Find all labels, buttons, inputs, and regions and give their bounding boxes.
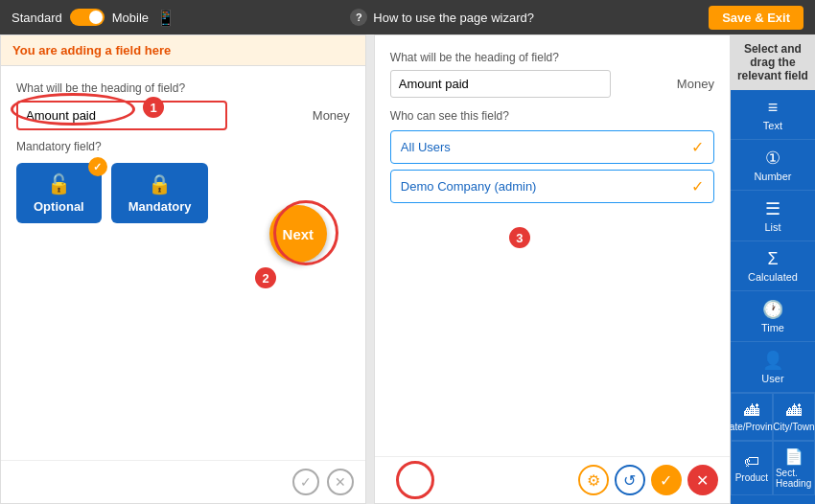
sect-heading-icon: 📄 xyxy=(784,447,803,466)
standard-label: Standard xyxy=(12,11,62,25)
annotation-2: 2 xyxy=(255,267,276,288)
city-icon: 🏙 xyxy=(786,402,802,420)
state-icon: 🏙 xyxy=(744,402,759,420)
calculated-icon: Σ xyxy=(767,249,778,269)
sidebar-tile-state[interactable]: 🏙 State/Province xyxy=(731,393,773,441)
user-label: User xyxy=(761,373,783,384)
main-area: You are adding a field here What will be… xyxy=(0,34,815,504)
number-icon: ① xyxy=(765,148,780,169)
confirm-button[interactable]: ✓ xyxy=(651,465,682,495)
view-toggle-group: Standard Mobile 📱 xyxy=(12,9,175,27)
sect-heading-label: Sect. Heading xyxy=(776,468,812,489)
check-footer-btn[interactable]: ✓ xyxy=(292,469,319,495)
close-action-button[interactable]: ✕ xyxy=(687,465,718,495)
users-section: Who can see this field? All Users ✓ Demo… xyxy=(390,109,714,203)
gear-button[interactable]: ⚙ xyxy=(578,465,609,495)
text-icon: ≡ xyxy=(768,98,779,118)
left-wizard-panel: You are adding a field here What will be… xyxy=(0,34,366,504)
who-can-see-label: Who can see this field? xyxy=(390,109,714,123)
action-icons-row: ⚙ ↺ ✓ ✕ xyxy=(375,456,730,503)
left-panel-footer: ✓ ✕ xyxy=(1,460,365,503)
right-field-type-label: Money xyxy=(677,77,714,91)
right-field-name-input[interactable] xyxy=(390,70,611,98)
help-icon[interactable]: ? xyxy=(350,9,367,26)
left-panel-body: What will be the heading of field? Money… xyxy=(1,66,365,460)
calculated-label: Calculated xyxy=(748,271,798,283)
save-exit-button[interactable]: Save & Exit xyxy=(709,6,803,30)
annotation-circle-2 xyxy=(273,200,338,265)
sidebar-tile-sect-heading[interactable]: 📄 Sect. Heading xyxy=(773,441,815,495)
page-title: How to use the page wizard? xyxy=(373,11,534,25)
text-label: Text xyxy=(763,120,782,131)
page-title-area: ? How to use the page wizard? xyxy=(350,9,534,26)
mobile-label: Mobile xyxy=(112,11,149,25)
field-type-label: Money xyxy=(313,108,350,123)
view-toggle[interactable] xyxy=(70,9,105,26)
sidebar-tile-city[interactable]: 🏙 City/Town xyxy=(773,393,815,441)
list-label: List xyxy=(764,221,780,233)
sidebar-item-calculated[interactable]: Σ Calculated xyxy=(731,241,815,291)
refresh-button[interactable]: ↺ xyxy=(615,465,645,495)
optional-check: ✓ xyxy=(88,157,107,176)
mandatory-label: Mandatory xyxy=(128,199,192,214)
field-sidebar: Select and drag the relevant field ≡ Tex… xyxy=(731,34,815,504)
left-panel-header: You are adding a field here xyxy=(1,35,365,66)
all-users-check: ✓ xyxy=(691,138,704,156)
annotation-1: 1 xyxy=(143,97,164,118)
sidebar-item-text[interactable]: ≡ Text xyxy=(731,90,815,140)
sidebar-header: Select and drag the relevant field xyxy=(731,34,815,90)
mobile-icon: 📱 xyxy=(156,9,175,27)
sidebar-bottom-tiles: 🏙 State/Province 🏙 City/Town 🏷 Product 📄… xyxy=(731,393,815,495)
right-field-heading-label: What will be the heading of field? xyxy=(390,51,714,64)
close-footer-btn[interactable]: ✕ xyxy=(327,469,354,495)
sidebar-item-user[interactable]: 👤 User xyxy=(731,342,815,393)
all-users-label: All Users xyxy=(401,140,451,154)
user-row-demo[interactable]: Demo Company (admin) ✓ xyxy=(390,170,714,203)
sidebar-item-time[interactable]: 🕐 Time xyxy=(731,291,815,342)
right-field-input-row: Money xyxy=(390,70,714,98)
optional-label: Optional xyxy=(34,199,84,214)
product-icon: 🏷 xyxy=(744,453,759,470)
demo-company-label: Demo Company (admin) xyxy=(401,179,537,194)
time-label: Time xyxy=(761,322,784,333)
annotation-circle-3 xyxy=(396,461,434,499)
demo-company-check: ✓ xyxy=(691,177,704,195)
right-panel-body: What will be the heading of field? Money… xyxy=(375,35,730,456)
lock-open-icon: 🔓 xyxy=(47,172,71,195)
city-label: City/Town xyxy=(773,422,814,432)
right-wizard-panel: What will be the heading of field? Money… xyxy=(374,34,731,504)
user-icon: 👤 xyxy=(762,350,783,371)
mandatory-field-label: Mandatory field? xyxy=(16,140,350,153)
annotation-circle-1 xyxy=(11,93,135,126)
product-label: Product xyxy=(735,472,768,483)
time-icon: 🕐 xyxy=(762,299,783,320)
list-icon: ☰ xyxy=(765,198,780,219)
optional-button[interactable]: ✓ 🔓 Optional xyxy=(16,163,102,223)
sidebar-item-number[interactable]: ① Number xyxy=(731,140,815,191)
number-label: Number xyxy=(754,171,791,182)
lock-closed-icon: 🔒 xyxy=(148,172,172,195)
sidebar-tile-product[interactable]: 🏷 Product xyxy=(731,441,773,495)
annotation-3: 3 xyxy=(509,227,530,248)
mandatory-button[interactable]: 🔒 Mandatory xyxy=(111,163,209,223)
sidebar-item-list[interactable]: ☰ List xyxy=(731,191,815,241)
top-bar: Standard Mobile 📱 ? How to use the page … xyxy=(0,0,815,34)
user-row-all[interactable]: All Users ✓ xyxy=(390,130,714,164)
